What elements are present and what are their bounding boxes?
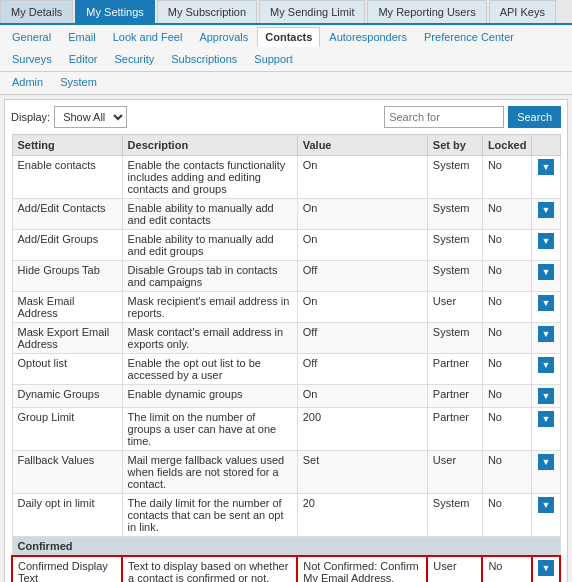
row-dropdown-icon[interactable]: ▼: [538, 326, 554, 342]
sub-tab-bar-2: Admin System: [0, 72, 572, 95]
table-row: Confirmed: [12, 537, 560, 557]
tab-api-keys[interactable]: API Keys: [489, 0, 556, 23]
table-row: Add/Edit Groups Enable ability to manual…: [12, 230, 560, 261]
cell-locked: No: [482, 230, 532, 261]
cell-locked: No: [482, 199, 532, 230]
sub-tab-admin[interactable]: Admin: [4, 72, 51, 92]
th-value: Value: [297, 135, 427, 156]
row-dropdown-icon[interactable]: ▼: [538, 560, 554, 576]
cell-setby: System: [427, 156, 482, 199]
row-dropdown-icon[interactable]: ▼: [538, 497, 554, 513]
cell-setting: Optout list: [12, 354, 122, 385]
th-setby: Set by: [427, 135, 482, 156]
th-description: Description: [122, 135, 297, 156]
cell-action[interactable]: ▼: [532, 556, 560, 582]
cell-action[interactable]: ▼: [532, 199, 560, 230]
sub-tab-approvals[interactable]: Approvals: [191, 27, 256, 47]
cell-setby: Partner: [427, 385, 482, 408]
display-label: Display:: [11, 111, 50, 123]
section-header-cell: Confirmed: [12, 537, 560, 557]
cell-value: Off: [297, 323, 427, 354]
cell-action[interactable]: ▼: [532, 408, 560, 451]
row-dropdown-icon[interactable]: ▼: [538, 388, 554, 404]
cell-setting: Mask Export Email Address: [12, 323, 122, 354]
cell-value: On: [297, 156, 427, 199]
cell-description: Text to display based on whether a conta…: [122, 556, 297, 582]
tab-my-sending-limit[interactable]: My Sending Limit: [259, 0, 365, 23]
cell-setting: Daily opt in limit: [12, 494, 122, 537]
cell-value: Not Confirmed: Confirm My Email Address.…: [297, 556, 427, 582]
sub-tab-preference-center[interactable]: Preference Center: [416, 27, 522, 47]
cell-setting: Mask Email Address: [12, 292, 122, 323]
cell-description: Enable dynamic groups: [122, 385, 297, 408]
sub-tab-security[interactable]: Security: [107, 49, 163, 69]
cell-setting: Enable contacts: [12, 156, 122, 199]
cell-action[interactable]: ▼: [532, 230, 560, 261]
cell-setby: System: [427, 261, 482, 292]
cell-description: Enable ability to manually add and edit …: [122, 230, 297, 261]
tab-my-reporting-users[interactable]: My Reporting Users: [367, 0, 486, 23]
row-dropdown-icon[interactable]: ▼: [538, 454, 554, 470]
cell-locked: No: [482, 354, 532, 385]
cell-action[interactable]: ▼: [532, 451, 560, 494]
cell-locked: No: [482, 494, 532, 537]
th-setting: Setting: [12, 135, 122, 156]
cell-setting: Confirmed Display Text: [12, 556, 122, 582]
cell-description: The daily limit for the number of contac…: [122, 494, 297, 537]
cell-description: Mask contact's email address in exports …: [122, 323, 297, 354]
cell-action[interactable]: ▼: [532, 156, 560, 199]
row-dropdown-icon[interactable]: ▼: [538, 264, 554, 280]
cell-setting: Hide Groups Tab: [12, 261, 122, 292]
cell-setting: Dynamic Groups: [12, 385, 122, 408]
cell-locked: No: [482, 261, 532, 292]
cell-description: Mask recipient's email address in report…: [122, 292, 297, 323]
cell-value: 200: [297, 408, 427, 451]
cell-setby: Partner: [427, 354, 482, 385]
cell-value: On: [297, 230, 427, 261]
tab-my-subscription[interactable]: My Subscription: [157, 0, 257, 23]
sub-tab-system[interactable]: System: [52, 72, 105, 92]
cell-action[interactable]: ▼: [532, 354, 560, 385]
cell-description: The limit on the number of groups a user…: [122, 408, 297, 451]
cell-action[interactable]: ▼: [532, 323, 560, 354]
row-dropdown-icon[interactable]: ▼: [538, 202, 554, 218]
sub-tab-autoresponders[interactable]: Autoresponders: [321, 27, 415, 47]
display-select[interactable]: Show All Modified System User Partner: [54, 106, 127, 128]
tab-my-settings[interactable]: My Settings: [75, 0, 154, 23]
row-dropdown-icon[interactable]: ▼: [538, 233, 554, 249]
cell-action[interactable]: ▼: [532, 292, 560, 323]
cell-setby: User: [427, 451, 482, 494]
sub-tab-email[interactable]: Email: [60, 27, 104, 47]
sub-tab-look-feel[interactable]: Look and Feel: [105, 27, 191, 47]
table-row: Confirmed Display Text Text to display b…: [12, 556, 560, 582]
table-row: Dynamic Groups Enable dynamic groups On …: [12, 385, 560, 408]
sub-tab-support[interactable]: Support: [246, 49, 301, 69]
search-input[interactable]: [384, 106, 504, 128]
cell-locked: No: [482, 292, 532, 323]
sub-tab-general[interactable]: General: [4, 27, 59, 47]
row-dropdown-icon[interactable]: ▼: [538, 295, 554, 311]
cell-locked: No: [482, 408, 532, 451]
tab-my-details[interactable]: My Details: [0, 0, 73, 23]
row-dropdown-icon[interactable]: ▼: [538, 411, 554, 427]
table-row: Optout list Enable the opt out list to b…: [12, 354, 560, 385]
sub-tab-editor[interactable]: Editor: [61, 49, 106, 69]
row-dropdown-icon[interactable]: ▼: [538, 159, 554, 175]
cell-locked: No: [482, 451, 532, 494]
th-action: [532, 135, 560, 156]
table-row: Hide Groups Tab Disable Groups tab in co…: [12, 261, 560, 292]
cell-setby: System: [427, 323, 482, 354]
row-dropdown-icon[interactable]: ▼: [538, 357, 554, 373]
cell-action[interactable]: ▼: [532, 385, 560, 408]
sub-tab-surveys[interactable]: Surveys: [4, 49, 60, 69]
cell-value: Off: [297, 354, 427, 385]
cell-action[interactable]: ▼: [532, 494, 560, 537]
cell-setting: Add/Edit Contacts: [12, 199, 122, 230]
sub-tab-subscriptions[interactable]: Subscriptions: [163, 49, 245, 69]
th-locked: Locked: [482, 135, 532, 156]
settings-table: Setting Description Value Set by Locked …: [11, 134, 561, 582]
cell-value: On: [297, 199, 427, 230]
sub-tab-contacts[interactable]: Contacts: [257, 27, 320, 47]
search-button[interactable]: Search: [508, 106, 561, 128]
cell-action[interactable]: ▼: [532, 261, 560, 292]
